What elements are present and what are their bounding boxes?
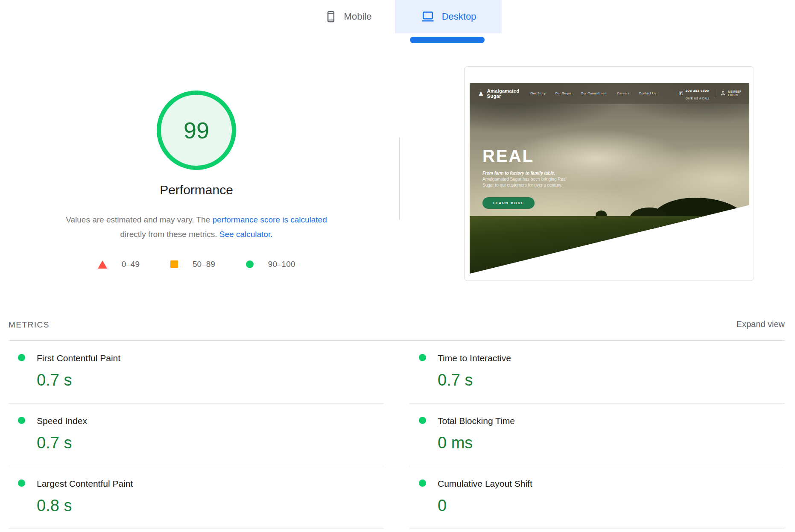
site-header-right: ✆ 208 383 6500 GIVE US A CALL MEMBER LOG… (679, 86, 742, 101)
description-text-1: Values are estimated and may vary. The (66, 215, 212, 224)
pass-dot-icon (419, 479, 426, 487)
learn-more-button: LEARN MORE (482, 197, 535, 209)
laptop-icon (421, 9, 435, 24)
pass-dot-icon (419, 417, 426, 424)
site-nav: Our Story Our Sugar Our Commitment Caree… (530, 91, 656, 95)
circle-icon (246, 260, 254, 268)
gauge-score: 99 (155, 88, 238, 172)
metric-name: Cumulative Layout Shift (438, 479, 785, 489)
metric-name: Largest Contentful Paint (37, 479, 384, 489)
hero-line-1: From farm to factory to family table, (482, 171, 555, 175)
tab-desktop-label: Desktop (442, 11, 476, 22)
logo-triangle-icon: ▲ (477, 90, 485, 97)
score-description: Values are estimated and may vary. The p… (26, 213, 367, 242)
site-phone-block: ✆ 208 383 6500 GIVE US A CALL (679, 86, 710, 101)
site-logo: ▲ Amalgamated Sugar (477, 88, 519, 99)
metric-value: 0 ms (438, 434, 785, 452)
site-hero-text: From farm to factory to family table, Am… (482, 170, 567, 188)
legend-item-fail: 0–49 (98, 260, 140, 269)
square-icon (170, 260, 178, 268)
metric-name: First Contentful Paint (37, 353, 384, 363)
logo-line-2: Sugar (487, 94, 501, 99)
metric-value: 0 (438, 497, 785, 515)
site-nav-our-commitment: Our Commitment (581, 91, 608, 95)
pass-dot-icon (18, 354, 25, 361)
performance-title: Performance (68, 183, 324, 197)
call-icon: ✆ (679, 90, 684, 96)
page-screenshot-thumbnail[interactable]: ▲ Amalgamated Sugar Our Story Our Sugar … (464, 66, 754, 281)
pass-dot-icon (18, 479, 25, 487)
tab-mobile[interactable]: Mobile (295, 0, 401, 33)
active-tab-indicator (410, 37, 485, 43)
metric-name: Total Blocking Time (438, 416, 785, 426)
legend-range-average: 50–89 (193, 260, 215, 269)
pass-dot-icon (419, 354, 426, 361)
metric-total-blocking-time: Total Blocking Time 0 ms (409, 403, 785, 466)
metric-time-to-interactive: Time to Interactive 0.7 s (409, 341, 785, 403)
member-line-2: LOGIN (728, 94, 738, 96)
tab-desktop[interactable]: Desktop (395, 0, 502, 33)
site-nav-contact-us: Contact Us (639, 91, 656, 95)
metric-value: 0.7 s (37, 371, 384, 389)
site-nav-careers: Careers (617, 91, 629, 95)
legend-range-pass: 90–100 (268, 260, 295, 269)
screenshot-image: ▲ Amalgamated Sugar Our Story Our Sugar … (470, 72, 749, 274)
metric-value: 0.7 s (37, 434, 384, 452)
metrics-grid: First Contentful Paint 0.7 s Time to Int… (9, 340, 785, 529)
metrics-section-title: METRICS (9, 320, 50, 330)
crop-field-image (470, 216, 749, 274)
tab-mobile-label: Mobile (344, 11, 372, 22)
pass-dot-icon (18, 417, 25, 424)
phone-icon (324, 10, 337, 23)
site-header: ▲ Amalgamated Sugar Our Story Our Sugar … (470, 83, 749, 104)
site-member-login: MEMBER LOGIN (720, 90, 742, 97)
expand-view-link[interactable]: Expand view (737, 319, 785, 329)
legend-item-average: 50–89 (170, 260, 215, 269)
site-header-divider (715, 89, 715, 98)
hero-line-3: Sugar to our customers for over a centur… (482, 183, 562, 187)
site-phone-sub: GIVE US A CALL (686, 97, 710, 100)
column-divider (399, 137, 400, 220)
logo-line-1: Amalgamated (487, 88, 519, 94)
metric-value: 0.8 s (37, 497, 384, 515)
metrics-header: METRICS Expand view (9, 319, 785, 332)
metric-name: Time to Interactive (438, 353, 785, 363)
performance-score-link[interactable]: performance score is calculated (212, 215, 327, 224)
person-icon (720, 91, 726, 96)
site-phone-number: 208 383 6500 (686, 89, 709, 93)
score-legend: 0–49 50–89 90–100 (68, 260, 324, 269)
metric-largest-contentful-paint: Largest Contentful Paint 0.8 s (9, 466, 384, 529)
legend-range-fail: 0–49 (122, 260, 140, 269)
metric-first-contentful-paint: First Contentful Paint 0.7 s (9, 341, 384, 403)
triangle-icon (98, 260, 107, 269)
hero-line-2: Amalgamated Sugar has been bringing Real (482, 177, 567, 181)
metric-value: 0.7 s (438, 371, 785, 389)
site-hero-title: REAL (482, 146, 534, 166)
site-nav-our-story: Our Story (530, 91, 546, 95)
member-line-1: MEMBER (728, 90, 742, 93)
metric-cumulative-layout-shift: Cumulative Layout Shift 0 (409, 466, 785, 529)
see-calculator-link[interactable]: See calculator. (219, 230, 273, 239)
metric-speed-index: Speed Index 0.7 s (9, 403, 384, 466)
metric-name: Speed Index (37, 416, 384, 426)
site-nav-our-sugar: Our Sugar (555, 91, 571, 95)
description-text-2: directly from these metrics. (120, 230, 219, 239)
legend-item-pass: 90–100 (246, 260, 295, 269)
